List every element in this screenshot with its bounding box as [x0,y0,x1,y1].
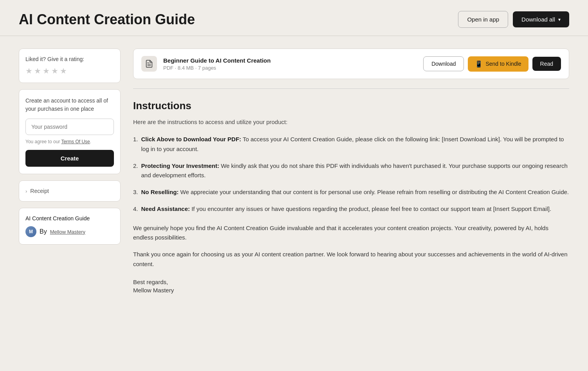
instructions-list: 1. Click Above to Download Your PDF: To … [133,135,569,214]
page-title: AI Content Creation Guide [19,11,195,28]
rating-card: Liked it? Give it a rating: ★ ★ ★ ★ ★ [19,49,121,83]
file-icon [141,56,157,72]
author-by: By [40,228,47,235]
star-1[interactable]: ★ [25,66,32,76]
create-account-card: Create an account to access all of your … [19,89,121,174]
receipt-label: Receipt [30,188,49,194]
star-5[interactable]: ★ [60,66,67,76]
sidebar: Liked it? Give it a rating: ★ ★ ★ ★ ★ Cr… [19,49,121,294]
file-name: Beginner Guide to AI Content Creation [163,57,417,64]
header: AI Content Creation Guide Open in app Do… [0,0,588,36]
stars-container: ★ ★ ★ ★ ★ [25,66,114,76]
instructions-signature: Mellow Mastery [133,287,569,294]
header-actions: Open in app Download all ▾ [458,11,569,28]
product-card: AI Content Creation Guide M By Mellow Ma… [19,208,121,245]
divider [133,88,569,89]
list-item: 1. Click Above to Download Your PDF: To … [133,135,569,154]
rating-label: Liked it? Give it a rating: [25,56,114,62]
chevron-right-icon: › [25,188,27,194]
kindle-icon: 📱 [475,60,483,68]
file-meta: PDF · 8.4 MB · 7 pages [163,65,417,71]
author-row: M By Mellow Mastery [25,226,114,237]
list-item: 3. No Reselling: We appreciate your unde… [133,187,569,197]
star-3[interactable]: ★ [43,66,50,76]
list-item: 2. Protecting Your Investment: We kindly… [133,161,569,181]
file-actions: Download 📱 Send to Kindle Read [423,56,561,72]
star-2[interactable]: ★ [34,66,41,76]
instructions-regards: Best regards, [133,279,569,285]
chevron-down-icon: ▾ [558,17,561,22]
create-button[interactable]: Create [25,150,114,167]
instructions-title: Instructions [133,100,569,112]
author-link[interactable]: Mellow Mastery [50,229,85,235]
create-account-text: Create an account to access all of your … [25,97,114,113]
instructions-thank-you: Thank you once again for choosing us as … [133,250,569,269]
star-4[interactable]: ★ [51,66,58,76]
list-item: 4. Need Assistance: If you encounter any… [133,204,569,214]
terms-of-use-link[interactable]: Terms Of Use [61,139,90,144]
content-area: Beginner Guide to AI Content Creation PD… [133,49,569,294]
instructions-intro: Here are the instructions to access and … [133,117,569,127]
avatar: M [25,226,36,237]
main-layout: Liked it? Give it a rating: ★ ★ ★ ★ ★ Cr… [0,36,588,306]
password-input[interactable] [25,119,114,135]
terms-text: You agree to our Terms Of Use. [25,139,114,144]
download-all-button[interactable]: Download all ▾ [513,11,569,27]
read-button[interactable]: Read [532,57,561,71]
instructions-closing: We genuinely hope you find the AI Conten… [133,223,569,243]
file-card: Beginner Guide to AI Content Creation PD… [133,49,569,79]
receipt-row[interactable]: › Receipt [25,188,114,194]
download-button[interactable]: Download [423,56,464,71]
file-info: Beginner Guide to AI Content Creation PD… [163,57,417,71]
send-to-kindle-button[interactable]: 📱 Send to Kindle [468,56,528,72]
receipt-card[interactable]: › Receipt [19,180,121,202]
product-name: AI Content Creation Guide [25,215,114,222]
open-in-app-button[interactable]: Open in app [458,11,508,28]
